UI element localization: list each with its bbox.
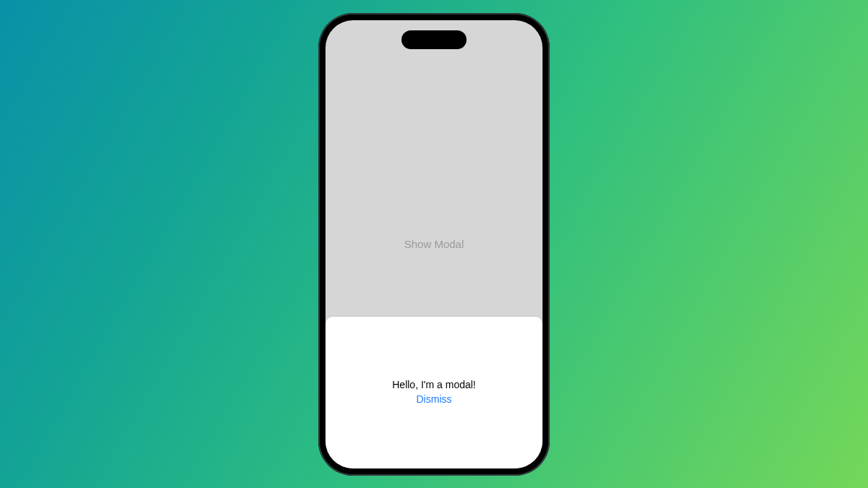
show-modal-button[interactable]: Show Modal [400,237,469,251]
iphone-frame: Show Modal Hello, I'm a modal! Dismiss [318,13,550,476]
dynamic-island [401,30,467,49]
modal-message: Hello, I'm a modal! [392,379,476,390]
dismiss-button[interactable]: Dismiss [412,392,456,406]
modal-sheet: Hello, I'm a modal! Dismiss [326,317,542,468]
screen: Show Modal Hello, I'm a modal! Dismiss [326,20,542,468]
